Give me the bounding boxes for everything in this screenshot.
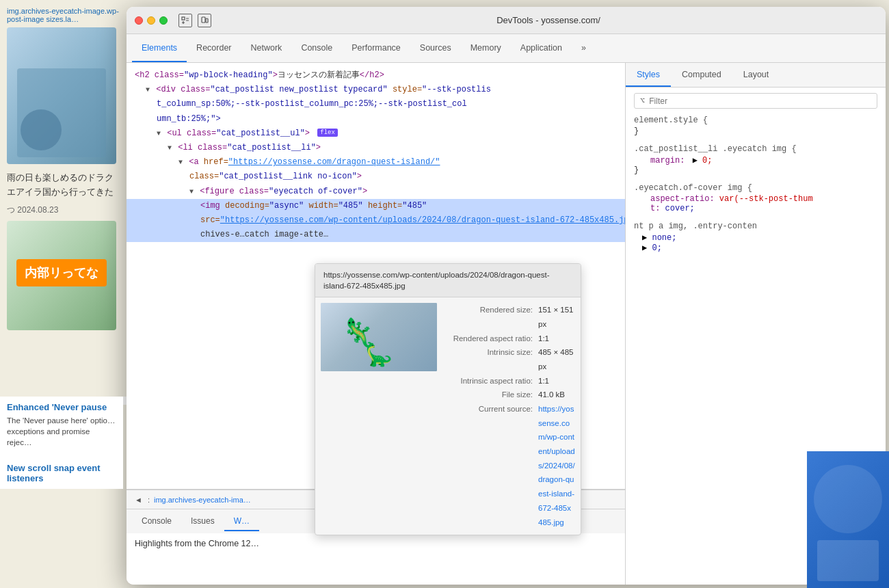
dom-line-div[interactable]: ▼ <div class="cat_postlist new_postlist … [127, 83, 625, 97]
title-bar: DevTools - yossense.com/ [127, 7, 886, 34]
css-rule-element-style: element.style { } [634, 116, 877, 136]
css-rule-postlist-li: .cat_postlist__li .eyecatch img { margin… [634, 144, 877, 175]
css-expand-margin[interactable]: ▶ [693, 156, 698, 165]
tab-performance[interactable]: Performance [342, 34, 410, 62]
dom-tag2: > [273, 70, 278, 80]
tab-network[interactable]: Network [241, 34, 292, 62]
bottom-content-text: Highlights from the Chrome 12… [127, 533, 625, 585]
filter-bar[interactable]: ⌥ [634, 93, 877, 109]
dom-attr-val: "wp-block-heading" [184, 70, 273, 80]
filter-input[interactable] [649, 96, 871, 106]
breadcrumb-arrow[interactable]: ◄ [132, 496, 145, 504]
tooltip-intrinsic-aspect-label: Intrinsic aspect ratio: [442, 374, 538, 388]
tooltip-info: Rendered size: 151 × 151 px Rendered asp… [442, 297, 581, 535]
traffic-lights [135, 16, 168, 25]
tooltip-rendered-aspect: Rendered aspect ratio: 1:1 [442, 332, 575, 346]
blog-enhanced-title: Enhanced 'Never pause [7, 402, 116, 412]
dom-tag3: <div class= [156, 85, 210, 94]
dom-line-figure[interactable]: ▼ <figure class="eyecatch of-cover"> [127, 185, 625, 199]
filter-icon: ⌥ [640, 96, 645, 106]
dom-decoding-val: "async" [269, 201, 304, 211]
dom-li-end: > [316, 143, 321, 152]
breadcrumb-img[interactable]: img.archives-eyecatch-ima… [154, 496, 251, 504]
tab-application[interactable]: Application [511, 34, 572, 62]
css-property-none: ▶ none; [634, 232, 877, 243]
css-rule-entry: nt p a img, .entry-conten ▶ none; ▶ 0; [634, 222, 877, 253]
css-property-zero: ▶ 0; [634, 243, 877, 253]
dom-line-img2[interactable]: src="https://yossense.com/wp-content/upl… [127, 213, 625, 228]
expand-triangle-ul[interactable]: ▼ [157, 130, 161, 137]
tab-console[interactable]: Console [291, 34, 342, 62]
styles-tab-computed[interactable]: Computed [671, 63, 732, 87]
minimize-button[interactable] [147, 16, 155, 25]
css-value-aspect: var(--stk-post-thum [719, 194, 813, 204]
css-expand-none[interactable]: ▶ [642, 233, 647, 243]
tab-memory[interactable]: Memory [461, 34, 511, 62]
website-badge: 内部リってな [16, 259, 107, 286]
tooltip-rendered-size-value: 151 × 151 px [538, 303, 575, 331]
styles-tab-layout[interactable]: Layout [732, 63, 780, 87]
svg-rect-6 [206, 18, 208, 23]
dom-line-li[interactable]: ▼ <li class="cat_postlist__li"> [127, 141, 625, 155]
tooltip-body: 🦕 Rendered size: 151 × 151 px Rendered a… [315, 297, 581, 535]
tooltip-rendered-size-label: Rendered size: [442, 303, 538, 331]
bottom-tab-issues[interactable]: Issues [181, 512, 224, 531]
css-expand-zero[interactable]: ▶ [642, 243, 647, 253]
dom-text: ヨッセンスの新着記事 [278, 70, 360, 80]
css-selector-4: nt p a img, .entry-conten [634, 222, 877, 231]
dom-fig-class: "eyecatch of-cover" [269, 187, 362, 196]
dom-class-val: "cat_postlist__link no-icon" [219, 172, 357, 181]
expand-triangle-fig[interactable]: ▼ [189, 188, 194, 196]
right-panel-image [807, 451, 889, 588]
maximize-button[interactable] [159, 16, 168, 25]
dom-line-ul[interactable]: ▼ <ul class="cat_postlist__ul"> flex [127, 126, 625, 141]
image-tooltip: https://yossense.com/wp-content/uploads/… [315, 263, 581, 535]
expand-triangle-li[interactable]: ▼ [168, 144, 172, 152]
close-button[interactable] [135, 16, 143, 25]
css-value-margin: 0; [702, 156, 712, 165]
css-selector-2: .cat_postlist__li .eyecatch img { [634, 144, 877, 154]
styles-tab-bar: Styles Computed Layout [626, 63, 886, 88]
dom-height-name: height= [368, 201, 402, 211]
device-toolbar-icon[interactable] [198, 14, 211, 27]
dom-class-name: class= [189, 172, 219, 181]
bottom-tab-console[interactable]: Console [132, 512, 181, 531]
dom-line-img[interactable]: <img decoding="async" width="485" height… [127, 199, 625, 213]
tooltip-current-source: Current source: https://yossense.com/wp-… [442, 402, 575, 529]
dom-line-div2[interactable]: t_column_sp:50%;--stk-postlist_column_pc… [127, 97, 625, 111]
website-date: つ 2024.08.23 [7, 204, 120, 217]
dom-tag: <h2 class= [135, 70, 184, 80]
dom-ul-tag: <ul class= [167, 129, 216, 138]
flex-badge: flex [317, 129, 338, 137]
dom-src-val: "https://yossense.com/wp-content/uploads… [220, 215, 625, 225]
dom-line-img3[interactable]: chives-e…catch image-atte… [127, 228, 625, 242]
dom-a-href-val: "https://yossense.com/dragon-quest-islan… [228, 157, 440, 167]
expand-triangle[interactable]: ▼ [146, 86, 150, 94]
dom-a-close: > [357, 172, 362, 181]
tab-recorder[interactable]: Recorder [187, 34, 241, 62]
tab-more[interactable]: » [572, 34, 596, 62]
tooltip-intrinsic-size: Intrinsic size: 485 × 485 px [442, 345, 575, 373]
website-sidebar: img.archives-eyecatch-image.wp-post-imag… [0, 0, 127, 588]
css-property-margin: margin: ▶ 0; [634, 155, 877, 165]
website-article-text: 雨の日も楽しめるのドラクエアイラ国から行ってきた [7, 171, 120, 200]
tab-elements[interactable]: Elements [132, 34, 187, 62]
css-property-t: t: cover; [634, 204, 877, 213]
expand-triangle-a[interactable]: ▼ [178, 159, 183, 166]
dom-line-a[interactable]: ▼ <a href="https://yossense.com/dragon-q… [127, 155, 625, 170]
dom-line-div3[interactable]: umn_tb:25%;"> [127, 112, 625, 126]
inspect-element-icon[interactable] [178, 14, 192, 27]
styles-tab-styles[interactable]: Styles [626, 63, 671, 87]
bottom-tab-whats-new[interactable]: W… [224, 512, 259, 531]
dom-li-tag: <li class= [178, 143, 227, 152]
dom-line-a2[interactable]: class="cat_postlist__link no-icon"> [127, 170, 625, 184]
css-prop-name-margin: margin: [642, 156, 685, 165]
svg-rect-5 [202, 17, 205, 23]
tooltip-current-source-value[interactable]: https://yossense.com/wp-content/uploads/… [538, 402, 575, 529]
css-value-zero: 0; [652, 243, 661, 253]
dom-line-h2[interactable]: <h2 class="wp-block-heading">ヨッセンスの新着記事<… [127, 68, 625, 83]
tab-sources[interactable]: Sources [410, 34, 461, 62]
css-prop-name-t: t: [642, 204, 660, 213]
tooltip-intrinsic-size-label: Intrinsic size: [442, 345, 538, 373]
dom-close-tag: </h2> [360, 70, 384, 80]
